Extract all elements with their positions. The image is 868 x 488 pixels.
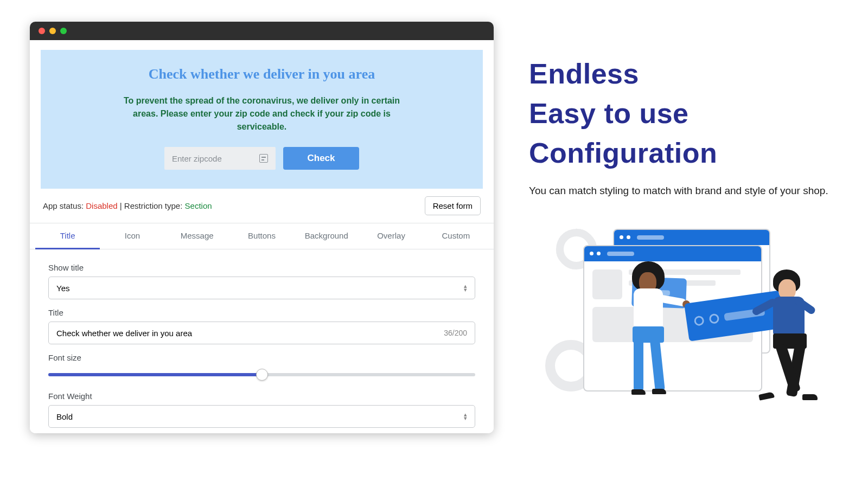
- person-illustration-1: [613, 261, 684, 402]
- window-close-icon[interactable]: [39, 28, 45, 34]
- preview-panel: Check whether we deliver in you area To …: [41, 50, 483, 189]
- show-title-label: Show title: [48, 263, 475, 272]
- preview-message: To prevent the spread of the coronavirus…: [121, 94, 403, 133]
- select-chevron-icon: ▴▾: [464, 284, 467, 292]
- window-minimize-icon[interactable]: [49, 28, 56, 34]
- tab-message[interactable]: Message: [165, 223, 229, 249]
- title-field-label: Title: [48, 308, 475, 317]
- tab-overlay[interactable]: Overlay: [359, 223, 423, 249]
- font-size-slider[interactable]: [48, 367, 475, 383]
- font-size-label: Font size: [48, 353, 475, 362]
- select-chevron-icon: ▴▾: [464, 413, 467, 420]
- tab-title[interactable]: Title: [35, 223, 100, 249]
- zipcode-input[interactable]: Enter zipcode: [164, 147, 276, 170]
- tab-buttons[interactable]: Buttons: [229, 223, 294, 249]
- show-title-select[interactable]: Yes ▴▾: [48, 277, 475, 299]
- app-status-label: App status:: [43, 201, 86, 210]
- promo-description: You can match styling to match with bran…: [529, 183, 849, 199]
- restriction-type-label: Restriction type:: [124, 201, 185, 210]
- restriction-type-value: Section: [185, 201, 212, 210]
- show-title-value: Yes: [56, 284, 69, 293]
- slider-fill: [48, 373, 262, 376]
- status-separator: |: [118, 201, 124, 210]
- promo-heading: Endless Easy to use Configuration: [529, 54, 849, 172]
- check-button[interactable]: Check: [283, 147, 359, 170]
- tab-custom[interactable]: Custom: [424, 223, 488, 249]
- reset-form-button[interactable]: Reset form: [425, 196, 481, 215]
- tab-background[interactable]: Background: [294, 223, 359, 249]
- tab-bar: Title Icon Message Buttons Background Ov…: [30, 223, 494, 249]
- window-maximize-icon[interactable]: [60, 28, 67, 34]
- contact-card-icon: [259, 154, 268, 163]
- window-titlebar: [30, 22, 494, 40]
- tab-icon[interactable]: Icon: [100, 223, 164, 249]
- status-bar: App status: Disabled | Restriction type:…: [41, 189, 483, 223]
- preview-title: Check whether we deliver in you area: [57, 66, 467, 82]
- title-input[interactable]: Check whether we deliver in you area 36/…: [48, 322, 475, 344]
- slider-thumb[interactable]: [256, 369, 268, 381]
- zipcode-placeholder: Enter zipcode: [172, 154, 222, 163]
- promo-sidebar: Endless Easy to use Configuration You ca…: [521, 0, 868, 488]
- form-panel: Show title Yes ▴▾ Title Check whether we…: [41, 249, 483, 433]
- browser-window: Check whether we deliver in you area To …: [30, 22, 494, 433]
- font-weight-label: Font Weight: [48, 391, 475, 401]
- title-input-value: Check whether we deliver in you area: [56, 329, 192, 338]
- font-weight-value: Bold: [56, 412, 73, 421]
- app-status-value: Disabled: [86, 201, 117, 210]
- person-illustration-2: [735, 269, 827, 410]
- title-char-counter: 36/200: [444, 329, 467, 337]
- font-weight-select[interactable]: Bold ▴▾: [48, 405, 475, 428]
- promo-illustration: [561, 218, 816, 408]
